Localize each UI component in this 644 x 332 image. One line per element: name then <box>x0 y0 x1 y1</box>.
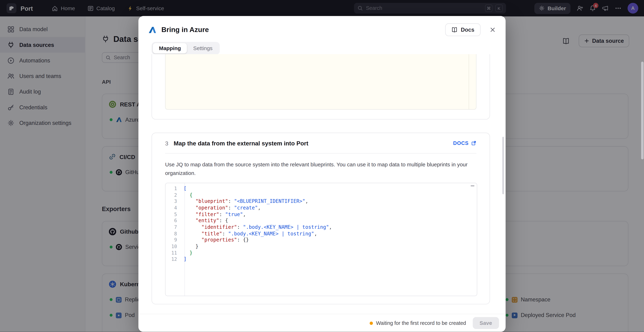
docs-button[interactable]: Docs <box>445 24 480 36</box>
step-3-card: 3 Map the data from the external system … <box>152 133 490 304</box>
line-number: 8 <box>166 231 181 236</box>
step-2-card-partial <box>152 54 490 120</box>
bring-in-azure-modal: Bring in Azure Docs Mapping Settings <box>138 16 506 332</box>
code-token <box>184 192 190 198</box>
code-token <box>184 231 202 236</box>
line-number: 9 <box>166 237 181 243</box>
code-token <box>184 211 195 217</box>
code-token: {} <box>243 237 249 243</box>
step-docs-link-label: DOCS <box>453 140 469 146</box>
modal-header: Bring in Azure Docs <box>138 16 506 36</box>
code-line: 1[ <box>166 185 477 192</box>
docs-button-label: Docs <box>461 27 474 33</box>
code-text: "identifier": ".body.<KEY_NAME> | tostri… <box>181 224 332 230</box>
code-token <box>184 250 190 256</box>
code-token: : <box>228 205 234 210</box>
code-token: [ <box>184 186 186 191</box>
page-scrollbar-thumb[interactable] <box>641 62 644 159</box>
mapping-code-editor[interactable]: 1[2 {3 "blueprint": "<BLUEPRINT_IDENTIFI… <box>165 183 477 296</box>
code-line: 12] <box>166 256 477 262</box>
step-title: Map the data from the external system in… <box>174 140 308 146</box>
code-lines: 1[2 {3 "blueprint": "<BLUEPRINT_IDENTIFI… <box>166 183 477 262</box>
step-number: 3 <box>165 140 168 146</box>
tab-mapping[interactable]: Mapping <box>153 43 187 53</box>
code-line: 11 } <box>166 250 477 256</box>
save-button[interactable]: Save <box>472 317 499 329</box>
step-description: Use JQ to map data from the source syste… <box>165 160 471 177</box>
screen: Port Home Catalog Self-service Search ⌘ … <box>0 0 644 332</box>
code-token: } <box>196 244 198 249</box>
code-line: 2 { <box>166 192 477 198</box>
line-number: 4 <box>166 205 181 210</box>
code-token: } <box>190 250 192 256</box>
code-token: : <box>237 224 243 230</box>
line-number: 5 <box>166 211 181 217</box>
code-text: "operation": "create", <box>181 205 261 210</box>
step-2-editor[interactable] <box>165 54 476 110</box>
code-token: , <box>305 198 308 204</box>
code-token: , <box>258 205 261 210</box>
editor-scrollbar-thumb[interactable] <box>471 185 474 186</box>
code-token: "operation" <box>196 205 228 210</box>
code-token: { <box>190 192 192 198</box>
modal-footer: Waiting for the first record to be creat… <box>138 314 506 332</box>
code-token <box>184 244 195 249</box>
code-line: 8 "title": ".body.<KEY_NAME> | tostring"… <box>166 230 477 237</box>
code-text: [ <box>181 186 186 191</box>
tab-settings[interactable]: Settings <box>187 43 219 53</box>
step-3-header: 3 Map the data from the external system … <box>152 133 490 153</box>
line-number: 2 <box>166 192 181 198</box>
close-button[interactable] <box>490 27 496 33</box>
divider <box>165 153 476 154</box>
code-token: "true" <box>225 211 243 217</box>
modal-tabs: Mapping Settings <box>152 42 220 54</box>
code-line: 6 "entity": { <box>166 218 477 224</box>
record-status: Waiting for the first record to be creat… <box>370 320 466 326</box>
code-token: "properties" <box>202 237 237 243</box>
book-icon <box>451 27 458 33</box>
code-line: 3 "blueprint": "<BLUEPRINT_IDENTIFIER>", <box>166 198 477 204</box>
code-token: "title" <box>202 231 222 236</box>
modal-title: Bring in Azure <box>161 26 209 34</box>
code-token: : <box>219 218 225 224</box>
code-token: "identifier" <box>202 224 237 230</box>
code-text: "entity": { <box>181 218 228 224</box>
code-text: "filter": "true", <box>181 211 246 217</box>
code-text: ] <box>181 256 186 262</box>
editor-scrollbar-track <box>469 54 469 109</box>
code-token: : <box>237 237 243 243</box>
modal-scrollbar-thumb[interactable] <box>502 137 504 194</box>
code-token: ".body.<KEY_NAME> | tostring" <box>243 224 329 230</box>
code-token: "blueprint" <box>196 198 228 204</box>
code-token <box>184 198 195 204</box>
line-number: 10 <box>166 244 181 249</box>
code-line: 5 "filter": "true", <box>166 211 477 218</box>
external-link-icon <box>471 140 476 146</box>
code-token: ] <box>184 256 186 262</box>
code-text: { <box>181 192 192 198</box>
code-token: "filter" <box>196 211 219 217</box>
line-number: 1 <box>166 186 181 191</box>
code-token <box>184 224 202 230</box>
modal-body: 3 Map the data from the external system … <box>138 54 506 314</box>
code-token: "entity" <box>196 218 219 224</box>
code-token: "<BLUEPRINT_IDENTIFIER>" <box>234 198 305 204</box>
status-dot-orange <box>370 322 373 325</box>
code-token: , <box>329 224 332 230</box>
line-number: 6 <box>166 218 181 224</box>
line-number: 3 <box>166 198 181 204</box>
code-token: "create" <box>234 205 258 210</box>
code-token: , <box>314 231 317 236</box>
code-token: : <box>219 211 225 217</box>
code-token: ".body.<KEY_NAME> | tostring" <box>228 231 314 236</box>
code-token <box>184 205 195 210</box>
code-token: : <box>228 198 234 204</box>
step-docs-link[interactable]: DOCS <box>453 140 476 146</box>
code-line: 7 "identifier": ".body.<KEY_NAME> | tost… <box>166 224 477 230</box>
code-token: , <box>243 211 246 217</box>
status-text: Waiting for the first record to be creat… <box>376 320 466 326</box>
code-text: } <box>181 250 192 256</box>
code-token: { <box>225 218 228 224</box>
line-number: 12 <box>166 256 181 262</box>
azure-icon <box>148 26 156 34</box>
